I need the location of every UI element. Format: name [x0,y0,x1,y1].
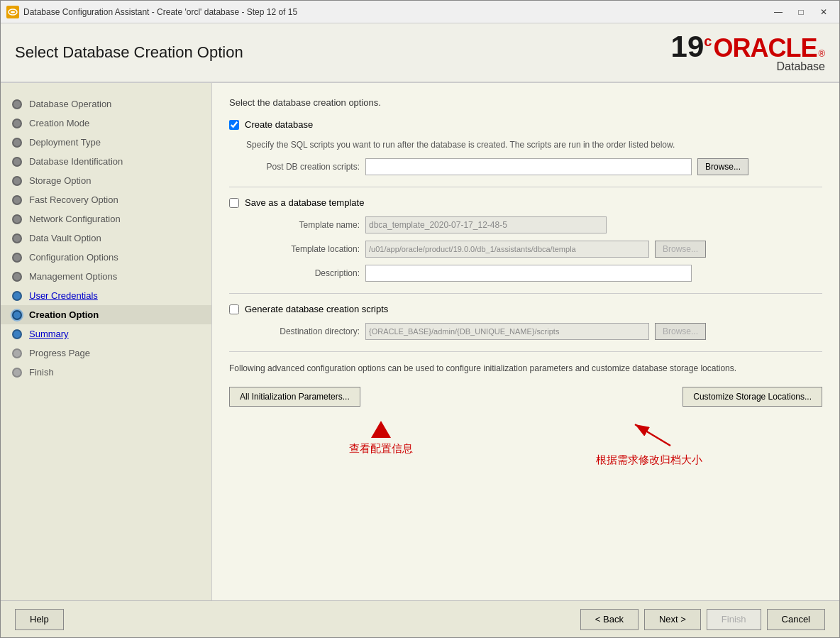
sidebar-item-summary[interactable]: Summary [1,324,211,343]
content-area: Database Operation Creation Mode Deploym… [1,83,839,600]
oracle-version: 19c [671,32,712,62]
sidebar-label-database-identification: Database Identification [29,156,123,167]
template-description-row: Description: [246,265,822,282]
window-title: Database Configuration Assistant - Creat… [23,7,768,17]
sidebar-label-deployment-type: Deployment Type [29,137,101,148]
minimize-button[interactable]: — [768,4,788,20]
sidebar-label-management-options: Management Options [29,271,117,282]
sidebar-label-configuration-options: Configuration Options [29,252,118,263]
template-location-input [365,241,649,258]
close-button[interactable]: ✕ [814,4,834,20]
svg-point-1 [11,11,15,13]
annotation-right: 根据需求修改归档大小 [596,421,702,467]
annotation-right-text: 根据需求修改归档大小 [596,453,702,467]
sidebar-item-management-options[interactable]: Management Options [1,267,211,286]
save-template-checkbox[interactable] [229,198,239,208]
sidebar-label-finish: Finish [29,367,54,378]
advanced-buttons-row: All Initialization Parameters... Customi… [229,387,822,407]
create-database-checkbox[interactable] [229,120,239,130]
footer-left: Help [15,609,64,630]
cancel-button[interactable]: Cancel [767,609,825,630]
window-controls: — □ ✕ [768,4,834,20]
maximize-button[interactable]: □ [791,4,811,20]
sidebar-item-database-operation[interactable]: Database Operation [1,94,211,114]
oracle-product: Database [777,60,826,73]
customize-storage-button[interactable]: Customize Storage Locations... [682,387,822,407]
template-description-input [365,265,692,282]
step-dot-storage-option [12,176,22,186]
back-button[interactable]: < Back [580,609,639,630]
generate-scripts-row: Generate database creation scripts [229,304,822,314]
step-dot-creation-option [12,310,22,320]
destination-input [365,323,649,340]
sidebar-label-network-configuration: Network Configuration [29,214,121,224]
template-location-browse-button: Browse... [655,241,706,258]
sidebar-label-fast-recovery: Fast Recovery Option [29,194,118,205]
separator-1 [229,187,822,187]
step-dot-finish [12,368,22,378]
sidebar-label-user-credentials: User Credentials [29,290,98,301]
create-db-sub-text: Specify the SQL scripts you want to run … [246,138,822,151]
next-button[interactable]: Next > [644,609,701,630]
generate-scripts-subsection: Destination directory: Browse... [246,323,822,340]
template-description-label: Description: [246,268,360,278]
annotations-area: 查看配置信息 根据需求修改归档大小 [229,421,822,467]
titlebar: Database Configuration Assistant - Creat… [1,1,839,23]
sidebar-label-storage-option: Storage Option [29,175,91,186]
advanced-text: Following advanced configuration options… [229,362,822,375]
destination-browse-button: Browse... [655,323,706,340]
init-parameters-button[interactable]: All Initialization Parameters... [229,387,360,407]
step-dot-data-vault [12,233,22,243]
step-dot-network-configuration [12,214,22,224]
sidebar-label-creation-mode: Creation Mode [29,118,89,128]
sidebar-label-progress-page: Progress Page [29,348,90,358]
sidebar-label-summary: Summary [29,329,69,339]
generate-scripts-label[interactable]: Generate database creation scripts [245,304,388,314]
template-location-row: Template location: Browse... [246,241,822,258]
help-button[interactable]: Help [15,609,64,630]
save-template-row: Save as a database template [229,197,822,208]
sidebar-item-finish[interactable]: Finish [1,363,211,382]
generate-scripts-checkbox[interactable] [229,304,239,314]
template-location-label: Template location: [246,244,360,254]
destination-label: Destination directory: [246,326,360,336]
destination-row: Destination directory: Browse... [246,323,822,340]
save-template-label[interactable]: Save as a database template [245,197,364,208]
sidebar-item-configuration-options[interactable]: Configuration Options [1,248,211,267]
post-script-input[interactable] [365,158,692,175]
step-dot-progress-page [12,348,22,358]
sidebar-item-user-credentials[interactable]: User Credentials [1,286,211,305]
main-window: Database Configuration Assistant - Creat… [0,0,840,638]
sidebar-item-database-identification[interactable]: Database Identification [1,152,211,171]
annotation-left: 查看配置信息 [349,421,413,467]
oracle-logo: 19c ORACLE ® Database [671,32,825,73]
step-dot-management-options [12,272,22,282]
sidebar-item-network-configuration[interactable]: Network Configuration [1,209,211,229]
step-dot-summary [12,329,22,339]
sidebar: Database Operation Creation Mode Deploym… [1,83,212,600]
sidebar-item-data-vault[interactable]: Data Vault Option [1,229,211,248]
sidebar-item-creation-option[interactable]: Creation Option [1,305,211,324]
sidebar-item-fast-recovery[interactable]: Fast Recovery Option [1,190,211,209]
page-header: Select Database Creation Option 19c ORAC… [1,23,839,83]
sidebar-item-creation-mode[interactable]: Creation Mode [1,114,211,133]
create-database-subsection: Specify the SQL scripts you want to run … [246,138,822,175]
separator-2 [229,293,822,294]
sidebar-item-storage-option[interactable]: Storage Option [1,171,211,190]
arrow-up-left [371,421,391,438]
sidebar-label-data-vault: Data Vault Option [29,233,101,243]
create-database-label[interactable]: Create database [245,119,313,130]
sidebar-label-creation-option: Creation Option [29,309,99,320]
svg-line-3 [635,424,670,446]
step-dot-configuration-options [12,253,22,263]
sidebar-item-progress-page[interactable]: Progress Page [1,343,211,363]
step-dot-database-identification [12,157,22,167]
sidebar-label-database-operation: Database Operation [29,99,111,109]
post-script-row: Post DB creation scripts: Browse... [246,158,822,175]
post-script-browse-button[interactable]: Browse... [697,158,748,175]
post-script-label: Post DB creation scripts: [246,162,360,172]
step-dot-database-operation [12,99,22,109]
sidebar-item-deployment-type[interactable]: Deployment Type [1,133,211,152]
footer: Help < Back Next > Finish Cancel [1,600,839,637]
step-dot-user-credentials [12,291,22,301]
